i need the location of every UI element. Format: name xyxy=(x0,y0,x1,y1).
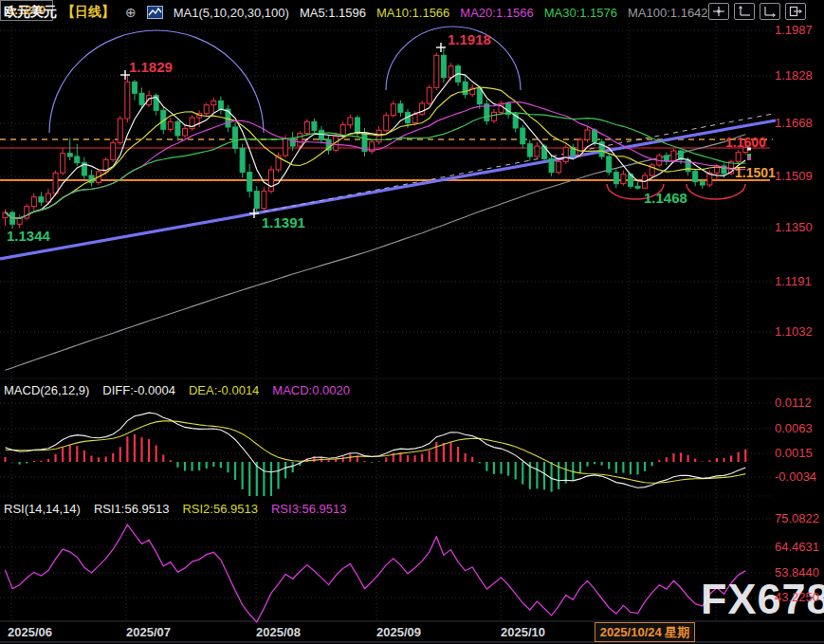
candle-body xyxy=(125,82,130,119)
candle-body xyxy=(535,146,540,156)
ma30-line xyxy=(6,113,746,218)
dea-line xyxy=(6,421,746,484)
macd-dea-value: DEA:-0.0014 xyxy=(189,383,259,397)
exit-icon[interactable] xyxy=(785,3,806,20)
candle-body xyxy=(621,175,626,184)
ma30-value: MA30:1.1576 xyxy=(544,6,617,20)
candle-body xyxy=(67,154,72,156)
candle-body xyxy=(527,144,532,156)
macd-axis-label: -0.0034 xyxy=(775,469,816,484)
candle-body xyxy=(240,148,245,172)
ma-settings-label: MA1(5,10,20,30,100) xyxy=(174,6,289,20)
x-axis-label: 2025/08 xyxy=(256,625,301,639)
macd-title: MACD(26,12,9) xyxy=(4,383,89,397)
macd-axis-label: 0.0015 xyxy=(775,446,813,460)
chart-type-icon[interactable] xyxy=(147,6,163,19)
x-axis-label: 2025/10 xyxy=(501,625,545,639)
candle-body xyxy=(320,130,324,139)
rsi-axis-label: 43.2250 xyxy=(775,590,819,604)
candle-body xyxy=(384,116,389,131)
macd-axis-label: 0.0112 xyxy=(775,396,812,410)
price-axis-label: 1.1191 xyxy=(775,274,812,288)
candle-body xyxy=(304,121,309,133)
current-price-tag: 1.1600 xyxy=(725,135,766,150)
price-axis-label: 1.1350 xyxy=(775,220,813,234)
period-label[interactable]: 【日线】 xyxy=(62,4,115,21)
x-axis-scale-icon[interactable] xyxy=(760,3,780,20)
macd-diff-value: DIFF:-0.0004 xyxy=(102,383,175,397)
ma100-value: MA100:1.1642 xyxy=(628,6,708,20)
candle-body xyxy=(449,66,453,78)
candle-body xyxy=(412,114,417,122)
x-axis-label: 2025/09 xyxy=(376,625,421,639)
ma20-line xyxy=(6,101,746,218)
candle-body xyxy=(268,170,273,192)
candle-body xyxy=(607,156,612,173)
candle-body xyxy=(635,186,640,188)
rsi1-value: RSI1:56.9513 xyxy=(94,502,170,516)
candle-body xyxy=(477,88,482,104)
macd-macd-value: MACD:0.0020 xyxy=(272,383,350,397)
candle-body xyxy=(218,101,223,109)
rsi-axis-label: 64.4631 xyxy=(775,540,819,554)
candle-body xyxy=(441,55,446,77)
candle-body xyxy=(118,119,122,143)
rsi-axis-label: 75.0822 xyxy=(775,511,819,525)
x-axis-label: 2025/07 xyxy=(126,625,171,639)
candle-body xyxy=(700,182,705,185)
ma-axis-tick xyxy=(747,154,751,156)
x-axis-label: 2025/06 xyxy=(8,625,52,639)
candle-body xyxy=(31,197,36,207)
candle-body xyxy=(262,192,266,209)
candle-body xyxy=(111,143,116,160)
candle-body xyxy=(585,130,590,139)
candle-body xyxy=(17,218,22,224)
price-axis-label: 1.1509 xyxy=(775,169,813,183)
chart-canvas[interactable]: 1.18291.19181.13441.13911.1468 xyxy=(0,0,824,644)
rsi-line xyxy=(6,524,746,622)
expand-icon[interactable]: ⊕ xyxy=(125,5,137,20)
candle-body xyxy=(183,129,188,136)
candle-body xyxy=(613,173,618,184)
candle-body xyxy=(521,128,525,144)
candle-body xyxy=(284,138,288,156)
candle-body xyxy=(139,93,144,104)
price-annotation: 1.1829 xyxy=(129,59,173,75)
price-annotation: 1.1344 xyxy=(7,228,51,244)
candle-body xyxy=(463,82,467,94)
candle-body xyxy=(427,87,431,103)
price-axis-label: 1.1828 xyxy=(775,68,813,83)
price-annotation: 1.1468 xyxy=(644,190,687,206)
candle-body xyxy=(53,173,58,193)
candle-body xyxy=(693,172,698,182)
price-axis-label: 1.1987 xyxy=(775,23,813,37)
candle-body xyxy=(211,101,216,104)
price-axis-label: 1.1668 xyxy=(775,116,813,130)
price-annotation: 1.1391 xyxy=(262,214,305,230)
candle-body xyxy=(549,158,554,172)
candle-body xyxy=(204,105,209,114)
chart-toolbar xyxy=(708,3,806,20)
candle-body xyxy=(355,118,359,133)
candle-body xyxy=(247,173,252,192)
candle-body xyxy=(434,55,439,87)
ma100-line xyxy=(6,135,746,371)
chart-header: 欧元美元 【日线】 ⊕ MA1(5,10,20,30,100) MA5:1.15… xyxy=(4,3,708,22)
candle-body xyxy=(391,104,395,116)
pan-icon[interactable] xyxy=(708,3,729,20)
symbol-name: 欧元美元 xyxy=(4,4,57,21)
candle-body xyxy=(420,103,425,114)
candle-body xyxy=(398,104,403,113)
support-price-tag: 1.1501 xyxy=(735,165,776,180)
dif-line xyxy=(6,413,746,488)
rsi3-value: RSI3:56.9513 xyxy=(271,502,347,516)
rsi-axis-label: 53.8440 xyxy=(775,565,819,580)
candle-body xyxy=(233,127,238,148)
candle-body xyxy=(736,153,741,162)
y-axis-scale-icon[interactable] xyxy=(734,3,755,20)
rsi2-value: RSI2:56.9513 xyxy=(182,502,258,516)
ma10-value: MA10:1.1566 xyxy=(376,6,449,20)
candle-body xyxy=(557,161,561,172)
candle-body xyxy=(254,192,259,209)
ma20-value: MA20:1.1566 xyxy=(460,6,533,20)
